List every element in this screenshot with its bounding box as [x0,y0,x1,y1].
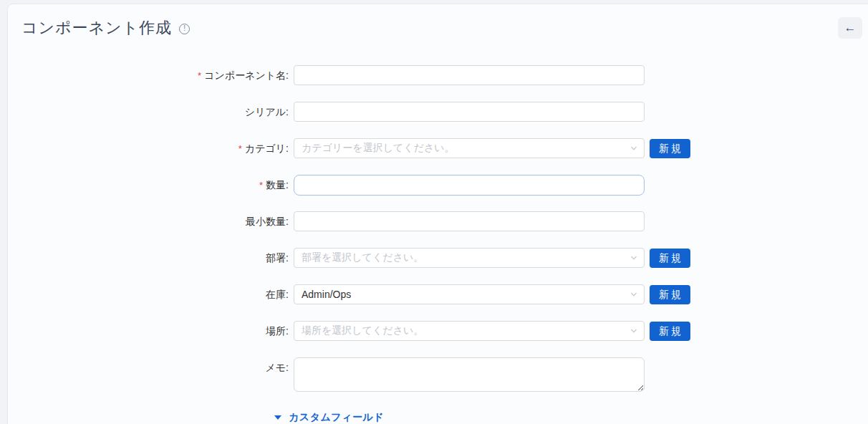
field-label-text: 在庫: [266,289,289,300]
location-new-button[interactable]: 新規 [650,322,690,341]
field-label: *コンポーネント名: [0,65,289,86]
field-label-text: コンポーネント名: [204,69,289,81]
category-placeholder: カテゴリーを選択してください。 [302,142,455,155]
stock-select[interactable]: Admin/Ops [294,284,645,304]
form-rows: *コンポーネント名: シリアル: *カテゴリ: カテゴリーを選択してください。 … [0,65,716,392]
info-circle-icon[interactable]: ! [179,24,190,34]
form-row: *数量: [0,175,716,196]
field-control [294,211,645,231]
field-label-text: 数量: [266,179,289,191]
field-control [294,175,645,196]
form-row: 場所: 場所を選択してください。 新規 [0,321,716,342]
department-new-button[interactable]: 新規 [650,249,690,268]
form-row: メモ: [0,357,716,392]
page-header: コンポーネント作成 ! [21,17,190,39]
department-select[interactable]: 部署を選択してください。 [294,248,645,268]
department-placeholder: 部署を選択してください。 [302,251,423,264]
required-mark: * [238,143,242,154]
field-control: Admin/Ops [294,284,645,304]
back-button[interactable]: ← [838,17,862,39]
field-label: *カテゴリ: [0,138,289,159]
back-arrow-icon: ← [844,21,857,35]
field-label: *数量: [0,175,289,196]
field-label: 場所: [0,321,289,342]
custom-fields-label: カスタムフィールド [289,411,384,424]
field-control: 場所を選択してください。 [294,321,645,341]
page-title: コンポーネント作成 [21,17,172,39]
min-quantity-input[interactable] [294,211,645,231]
chevron-down-icon [630,254,638,262]
field-label: 部署: [0,248,289,269]
category-new-button[interactable]: 新規 [650,139,690,158]
field-label-text: 部署: [266,252,289,264]
location-placeholder: 場所を選択してください。 [302,324,423,337]
stock-selected-value: Admin/Ops [302,289,351,300]
field-label: シリアル: [0,102,289,122]
stock-new-button[interactable]: 新規 [650,285,690,304]
notes-textarea[interactable] [294,357,645,392]
location-select[interactable]: 場所を選択してください。 [294,321,645,341]
serial-input[interactable] [294,102,645,122]
field-label: メモ: [0,357,289,378]
field-control [294,102,645,122]
field-control [294,357,645,392]
caret-down-icon [274,415,281,420]
field-label-text: 場所: [266,325,289,337]
field-label-text: 最小数量: [246,216,289,227]
form-row: 最小数量: [0,211,716,232]
field-label-text: シリアル: [245,106,289,117]
chevron-down-icon [630,290,638,299]
form-row: *カテゴリ: カテゴリーを選択してください。 新規 [0,138,716,159]
field-label-text: メモ: [265,362,289,373]
field-control [294,65,645,85]
required-mark: * [198,70,201,81]
component-name-input[interactable] [294,65,645,85]
required-mark: * [259,180,263,191]
form-row: *コンポーネント名: [0,65,716,86]
field-label-text: カテゴリ: [245,143,289,154]
form-row: シリアル: [0,102,716,122]
component-form: *コンポーネント名: シリアル: *カテゴリ: カテゴリーを選択してください。 … [0,65,716,424]
field-control: カテゴリーを選択してください。 [294,138,645,158]
form-row: 在庫: Admin/Ops 新規 [0,284,716,305]
chevron-down-icon [630,327,638,335]
category-select[interactable]: カテゴリーを選択してください。 [294,138,645,158]
quantity-input[interactable] [294,175,645,196]
field-control: 部署を選択してください。 [294,248,645,268]
field-label: 在庫: [0,284,289,305]
field-label: 最小数量: [0,211,289,232]
custom-fields-toggle[interactable]: カスタムフィールド [274,411,716,424]
form-row: 部署: 部署を選択してください。 新規 [0,248,716,269]
chevron-down-icon [630,144,638,153]
